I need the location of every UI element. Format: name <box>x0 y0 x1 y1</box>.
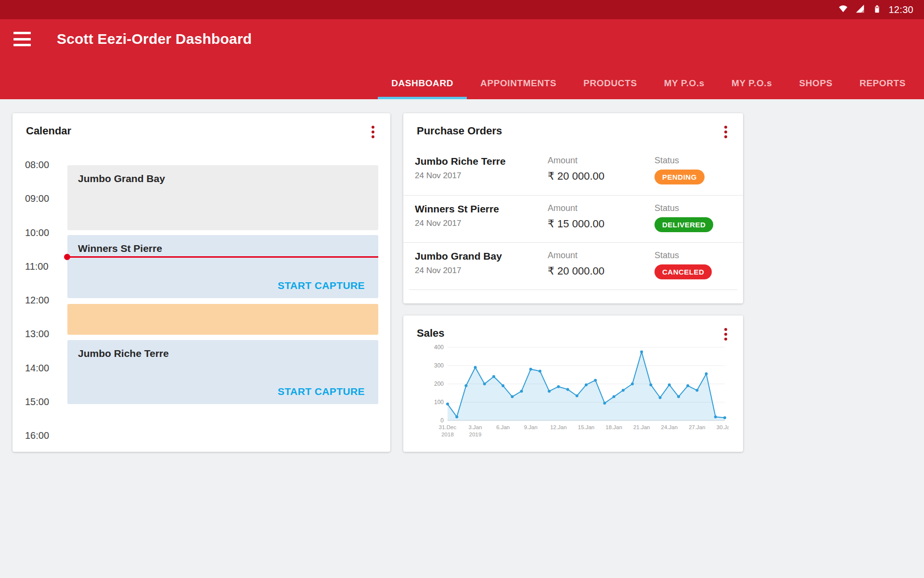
start-capture-button[interactable]: START CAPTURE <box>278 280 365 291</box>
po-amount-value: ₹ 20 000.00 <box>548 170 654 183</box>
purchase-order-row[interactable]: Jumbo Riche Terre24 Nov 2017Amount₹ 20 0… <box>403 148 743 195</box>
svg-text:6.Jan: 6.Jan <box>496 424 510 430</box>
po-date: 24 Nov 2017 <box>415 171 548 181</box>
current-time-indicator <box>67 256 378 258</box>
po-date: 24 Nov 2017 <box>415 219 548 228</box>
purchase-orders-title: Purchase Orders <box>417 125 502 137</box>
calendar-event[interactable]: Winners St PierreSTART CAPTURE <box>67 235 378 298</box>
svg-text:2019: 2019 <box>469 432 482 437</box>
po-amount-label: Amount <box>548 156 654 166</box>
calendar-card: Calendar 08:0009:0010:0011:0012:0013:001… <box>13 113 390 452</box>
status-badge: DELIVERED <box>654 217 713 232</box>
calendar-event-title: Jumbo Grand Bay <box>78 173 165 184</box>
calendar-time-label: 12:00 <box>25 295 49 306</box>
po-amount-value: ₹ 20 000.00 <box>548 265 654 277</box>
sales-title: Sales <box>417 327 445 340</box>
tab-reports[interactable]: REPORTS <box>846 67 919 99</box>
sales-line-chart: 010020030040031.Dec20183.Jan20196.Jan9.J… <box>430 342 729 445</box>
tab-bar: DASHBOARDAPPOINTMENTSPRODUCTSMY P.O.sMY … <box>378 67 919 99</box>
svg-text:0: 0 <box>440 417 444 424</box>
po-left: Jumbo Grand Bay24 Nov 2017 <box>415 250 548 283</box>
po-amount-value: ₹ 15 000.00 <box>548 218 654 230</box>
svg-text:27.Jan: 27.Jan <box>689 424 706 430</box>
start-capture-button[interactable]: START CAPTURE <box>278 386 365 397</box>
purchase-order-row[interactable]: Jumbo Grand Bay24 Nov 2017Amount₹ 20 000… <box>403 242 743 289</box>
status-time: 12:30 <box>888 4 913 15</box>
app-bar: Scott Eezi-Order Dashboard DASHBOARDAPPO… <box>0 19 924 99</box>
cellular-signal-icon <box>855 3 865 16</box>
svg-text:9.Jan: 9.Jan <box>524 424 538 430</box>
status-badge: CANCELED <box>654 264 712 279</box>
po-status-label: Status <box>654 250 732 261</box>
svg-text:24.Jan: 24.Jan <box>661 424 678 430</box>
status-badge: PENDING <box>654 170 705 184</box>
page-title: Scott Eezi-Order Dashboard <box>57 31 252 47</box>
calendar-event-title: Jumbo Riche Terre <box>78 348 169 359</box>
svg-text:200: 200 <box>434 381 444 387</box>
po-left: Winners St Pierre24 Nov 2017 <box>415 203 548 236</box>
purchase-orders-list: Jumbo Riche Terre24 Nov 2017Amount₹ 20 0… <box>403 148 743 290</box>
po-status: StatusCANCELED <box>654 250 732 283</box>
purchase-order-row[interactable]: Winners St Pierre24 Nov 2017Amount₹ 15 0… <box>403 195 743 242</box>
tab-dashboard[interactable]: DASHBOARD <box>378 67 467 99</box>
po-amount: Amount₹ 20 000.00 <box>548 156 654 188</box>
tab-shops[interactable]: SHOPS <box>785 67 846 99</box>
po-status-label: Status <box>654 203 732 213</box>
calendar-time-label: 14:00 <box>25 362 49 373</box>
svg-text:12.Jan: 12.Jan <box>550 424 567 430</box>
svg-text:21.Jan: 21.Jan <box>633 424 650 430</box>
calendar-event-title: Winners St Pierre <box>78 243 162 254</box>
wifi-icon <box>838 3 848 16</box>
battery-icon <box>872 3 882 16</box>
svg-text:100: 100 <box>434 399 444 406</box>
po-name: Jumbo Riche Terre <box>415 156 548 167</box>
status-bar: 12:30 <box>0 0 924 19</box>
purchase-orders-overflow-menu-icon[interactable] <box>719 125 732 139</box>
svg-text:2018: 2018 <box>441 432 454 437</box>
tab-my-p-o-s[interactable]: MY P.O.s <box>651 67 718 99</box>
po-amount: Amount₹ 15 000.00 <box>548 203 654 236</box>
calendar-time-label: 10:00 <box>25 227 49 238</box>
tab-my-p-o-s[interactable]: MY P.O.s <box>718 67 785 99</box>
sales-overflow-menu-icon[interactable] <box>719 327 732 342</box>
svg-text:31.Dec: 31.Dec <box>439 424 457 430</box>
po-name: Jumbo Grand Bay <box>415 250 548 262</box>
calendar-overflow-menu-icon[interactable] <box>366 125 380 139</box>
po-status: StatusPENDING <box>654 156 732 188</box>
po-amount-label: Amount <box>548 203 654 213</box>
tab-products[interactable]: PRODUCTS <box>570 67 650 99</box>
calendar-time-label: 16:00 <box>25 430 49 441</box>
status-icons: 12:30 <box>838 0 913 19</box>
svg-text:15.Jan: 15.Jan <box>578 424 595 430</box>
calendar-event[interactable] <box>67 304 378 334</box>
po-status-label: Status <box>654 156 732 166</box>
screen: 12:30 Scott Eezi-Order Dashboard DASHBOA… <box>0 0 924 578</box>
calendar-event[interactable]: Jumbo Riche TerreSTART CAPTURE <box>67 340 378 404</box>
calendar-time-label: 13:00 <box>25 328 49 340</box>
svg-text:300: 300 <box>434 362 444 369</box>
svg-text:400: 400 <box>434 344 444 351</box>
menu-icon[interactable] <box>13 31 33 47</box>
calendar-time-label: 09:00 <box>25 193 49 204</box>
po-amount-label: Amount <box>548 250 654 261</box>
svg-text:3.Jan: 3.Jan <box>469 424 482 430</box>
calendar-title: Calendar <box>26 125 71 137</box>
po-left: Jumbo Riche Terre24 Nov 2017 <box>415 156 548 188</box>
svg-text:18.Jan: 18.Jan <box>605 424 622 430</box>
po-date: 24 Nov 2017 <box>415 266 548 276</box>
svg-text:30.Jan: 30.Jan <box>717 424 729 430</box>
po-amount: Amount₹ 20 000.00 <box>548 250 654 283</box>
calendar-time-label: 15:00 <box>25 396 49 407</box>
purchase-orders-card: Purchase Orders Jumbo Riche Terre24 Nov … <box>403 113 743 303</box>
po-status: StatusDELIVERED <box>654 203 732 236</box>
tab-appointments[interactable]: APPOINTMENTS <box>467 67 570 99</box>
calendar-time-label: 11:00 <box>25 261 49 272</box>
current-time-dot <box>64 254 70 260</box>
sales-card: Sales 010020030040031.Dec20183.Jan20196.… <box>403 315 743 452</box>
calendar-time-label: 08:00 <box>25 159 49 171</box>
calendar-event[interactable]: Jumbo Grand Bay <box>67 165 378 230</box>
po-name: Winners St Pierre <box>415 203 548 215</box>
